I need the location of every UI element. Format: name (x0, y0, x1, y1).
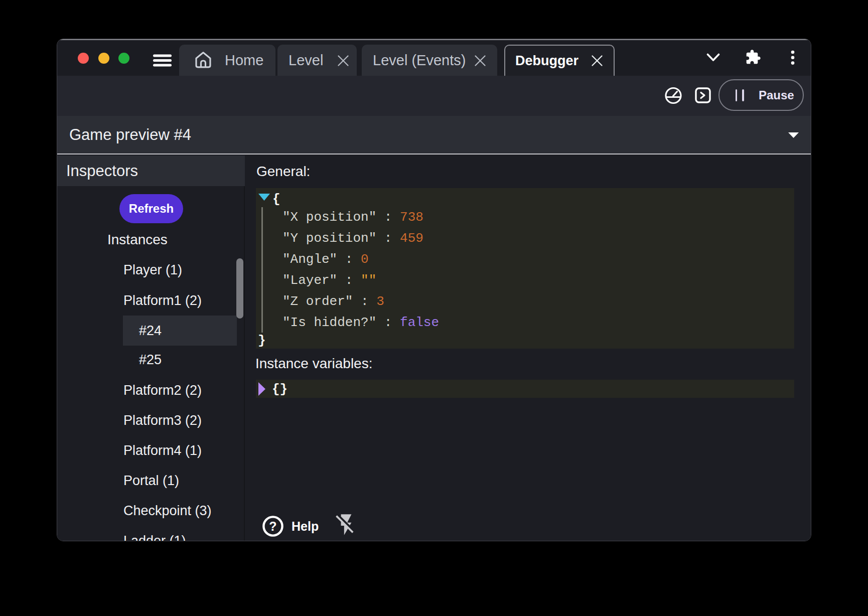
svg-text:?: ? (269, 519, 276, 533)
